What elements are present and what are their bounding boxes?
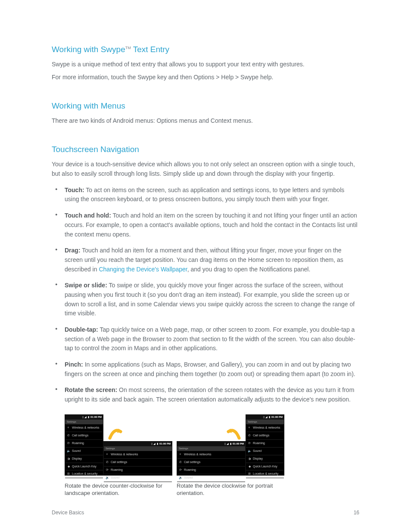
roaming-icon: ⟳ (67, 441, 70, 446)
roaming-icon: ⟳ (106, 468, 109, 473)
row-label: Wireless & networks (72, 426, 99, 430)
arrow-ccw-icon (106, 425, 123, 442)
row-label: Wireless & networks (111, 452, 138, 457)
sound-icon: 🔈 (179, 476, 182, 480)
bullet-text: To swipe or slide, you quickly move your… (65, 282, 355, 317)
status-bar: ▯ ◢ ▮ 01:00 PM (65, 415, 103, 420)
row-label: Roaming (253, 441, 265, 446)
location-icon: ⊞ (67, 472, 70, 476)
row-roaming: ⟳Roaming (177, 467, 245, 474)
touchscreen-bullets: Touch: To act on items on the screen, su… (52, 182, 359, 408)
bullet-lead: Swipe or slide: (65, 282, 107, 289)
section-title-touchscreen: Touchscreen Navigation (52, 143, 359, 156)
row-display: ◑Display (246, 455, 284, 463)
figure-landscape-thumbs: ▯ ◢ ▮ 01:00 PM Settings ᯤWireless & netw… (65, 414, 172, 479)
row-call: ✆Call settings (104, 459, 172, 467)
wallpaper-link[interactable]: Changing the Device's Wallpaper (99, 266, 187, 273)
figure-landscape: ▯ ◢ ▮ 01:00 PM Settings ᯤWireless & netw… (65, 414, 172, 497)
roaming-icon: ⟳ (179, 468, 182, 473)
signal-icon: ▯ ◢ (263, 415, 268, 419)
row-call: ✆Call settings (177, 459, 245, 467)
signal-icon: ▯ ◢ (151, 442, 156, 446)
row-roaming: ⟳Roaming (65, 440, 103, 448)
row-label: Display (253, 457, 263, 461)
row-sound: 🔈Sound (177, 474, 245, 482)
row-sound: 🔈Sound (65, 448, 103, 455)
row-label: Wireless & networks (184, 452, 211, 457)
phone-portrait: ▯ ◢ ▮ 01:00 PM Settings ᯤWireless & netw… (65, 414, 103, 476)
quicklaunch-icon: ◆ (67, 464, 70, 469)
row-label: Quick Launch Key (72, 464, 97, 469)
row-wireless: ᯤWireless & networks (65, 424, 103, 432)
bullet-text: To act on items on the screen, such as a… (65, 187, 344, 203)
row-quicklaunch: ◆Quick Launch Key (65, 463, 103, 471)
signal-icon: ▯ ◢ (82, 415, 87, 419)
figure-portrait-thumbs: ▯ ◢ ▮ 01:00 PM Settings ᯤWireless & netw… (177, 414, 284, 479)
bullet-touch-hold: Touch and hold: Touch and hold an item o… (52, 208, 359, 243)
row-label: Roaming (184, 468, 196, 473)
phone-icon: ✆ (106, 460, 109, 465)
roaming-icon: ⟳ (248, 441, 251, 446)
arrow-cw-icon (226, 425, 243, 442)
row-roaming: ⟳Roaming (246, 440, 284, 448)
row-label: Sound (111, 476, 119, 480)
section-title-swype: Working with SwypeTM Text Entry (52, 43, 359, 56)
trademark-symbol: TM (125, 46, 131, 50)
battery-icon: ▮ (269, 415, 270, 419)
row-label: Call settings (253, 433, 269, 438)
row-quicklaunch: ◆Quick Launch Key (246, 463, 284, 471)
footer-page-number: 16 (354, 509, 359, 517)
bullet-text-post: , and you drag to open the Notifications… (187, 266, 311, 273)
settings-header: Settings (65, 420, 103, 424)
figure-portrait: ▯ ◢ ▮ 01:00 PM Settings ᯤWireless & netw… (177, 414, 284, 497)
battery-icon: ▮ (157, 442, 158, 446)
row-label: Wireless & networks (253, 426, 280, 430)
wifi-icon: ᯤ (106, 452, 109, 457)
row-label: Roaming (111, 468, 123, 473)
bullet-lead: Double-tap: (65, 326, 98, 333)
caption-landscape: Rotate the device counter-clockwise for … (65, 482, 172, 497)
battery-icon: ▮ (230, 442, 231, 446)
row-wireless: ᯤWireless & networks (246, 424, 284, 432)
battery-icon: ▮ (88, 415, 89, 419)
row-call: ✆Call settings (246, 432, 284, 440)
location-icon: ⊞ (248, 472, 251, 476)
bullet-drag: Drag: Touch and hold an item for a momen… (52, 243, 359, 277)
phone-icon: ✆ (179, 460, 182, 465)
bullet-text: Tap quickly twice on a Web page, map, or… (65, 326, 355, 352)
swype-title-post: Text Entry (131, 45, 169, 54)
bullet-touch: Touch: To act on items on the screen, su… (52, 182, 359, 208)
settings-header: Settings (246, 420, 284, 424)
bullet-pinch: Pinch: In some applications (such as Map… (52, 357, 359, 382)
bullet-rotate: Rotate the screen: On most screens, the … (52, 382, 359, 408)
bullet-double-tap: Double-tap: Tap quickly twice on a Web p… (52, 322, 359, 357)
row-label: Sound (253, 449, 262, 454)
row-label: Quick Launch Key (253, 464, 277, 469)
page: Working with SwypeTM Text Entry Swype is… (0, 0, 411, 532)
status-time: 01:00 PM (233, 442, 244, 446)
settings-header: Settings (177, 446, 245, 451)
row-label: Display (72, 457, 82, 461)
section-title-menus: Working with Menus (52, 100, 359, 112)
footer-section-label: Device Basics (52, 509, 84, 517)
row-sound: 🔈Sound (104, 474, 172, 482)
row-label: Roaming (72, 441, 84, 446)
phone-landscape: ▯ ◢ ▮ 01:00 PM Settings ᯤWireless & netw… (103, 441, 172, 476)
row-location: ⊞Location & security (65, 470, 103, 478)
display-icon: ◑ (67, 457, 70, 461)
row-sound: 🔈Sound (246, 448, 284, 455)
bullet-lead: Drag: (65, 247, 81, 254)
row-label: Sound (184, 476, 193, 480)
row-label: Sound (72, 449, 81, 454)
swype-paragraph-1: Swype is a unique method of text entry t… (52, 60, 359, 69)
swype-paragraph-2: For more information, touch the Swype ke… (52, 73, 359, 82)
row-location: ⊞Location & security (246, 470, 284, 478)
swype-title-pre: Working with Swype (52, 45, 125, 54)
bullet-lead: Rotate the screen: (65, 386, 117, 393)
row-call: ✆Call settings (65, 432, 103, 440)
wifi-icon: ᯤ (67, 426, 70, 430)
row-label: Call settings (111, 460, 127, 465)
row-display: ◑Display (65, 455, 103, 463)
row-roaming: ⟳Roaming (104, 467, 172, 474)
display-icon: ◑ (248, 457, 251, 461)
